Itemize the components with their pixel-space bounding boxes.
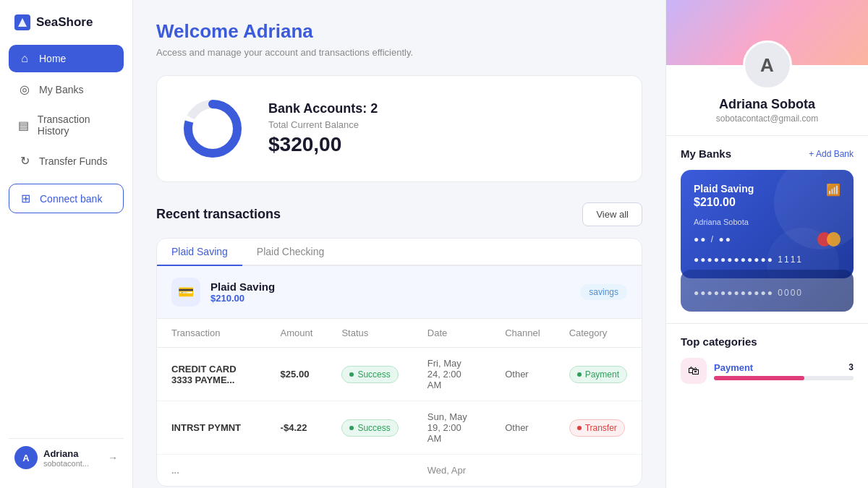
transactions-card: Plaid Saving Plaid Checking 💳 Plaid Savi… bbox=[156, 238, 642, 487]
tx-category: Payment bbox=[555, 348, 642, 401]
banks-icon: ◎ bbox=[17, 82, 32, 96]
connect-bank-button[interactable]: ⊞ Connect bank bbox=[9, 184, 124, 213]
sidebar-nav: ⌂ Home ◎ My Banks ▤ Transaction History … bbox=[9, 45, 124, 432]
category-bar-fill bbox=[714, 376, 804, 380]
bank-card-name-wrap: Plaid Saving $210.00 bbox=[694, 183, 754, 209]
col-date: Date bbox=[413, 319, 490, 348]
balance-amount: $320,00 bbox=[268, 133, 378, 156]
transactions-table: Transaction Amount Status Date Channel C… bbox=[157, 319, 642, 486]
profile-header: A bbox=[666, 0, 868, 65]
connect-icon: ⊞ bbox=[18, 192, 33, 205]
tx-date: Fri, May 24, 2:00 AM bbox=[413, 348, 490, 401]
tab-plaid-saving[interactable]: Plaid Saving bbox=[157, 239, 242, 266]
tx-channel: Other bbox=[490, 348, 554, 401]
bank-card-amount: $210.00 bbox=[694, 196, 754, 209]
sidebar-user-info: Adriana sobotacont... bbox=[43, 448, 102, 468]
add-bank-button[interactable]: + Add Bank bbox=[809, 149, 854, 159]
bank-card-1: Plaid Saving $210.00 📶 Adriana Sobota ●●… bbox=[681, 170, 854, 278]
avatar: A bbox=[743, 40, 792, 90]
account-icon: 💳 bbox=[171, 278, 200, 307]
col-amount: Amount bbox=[266, 319, 328, 348]
status-badge: Success bbox=[341, 419, 398, 437]
tx-date: Sun, May 19, 2:00 AM bbox=[413, 401, 490, 455]
account-row: 💳 Plaid Saving $210.00 savings bbox=[157, 266, 642, 319]
view-all-button[interactable]: View all bbox=[582, 202, 642, 226]
category-item: 🛍 Payment 3 bbox=[681, 358, 854, 384]
tx-name: INTRST PYMNT bbox=[157, 401, 266, 455]
welcome-subtitle: Access and manage your account and trans… bbox=[156, 47, 642, 58]
category-badge: Transfer bbox=[569, 419, 625, 437]
transfer-icon: ↻ bbox=[17, 154, 32, 168]
mastercard-logo bbox=[817, 232, 841, 247]
sidebar-user-username: sobotacont... bbox=[43, 459, 102, 468]
tx-name: CREDIT CARD 3333 PAYME... bbox=[157, 348, 266, 401]
wifi-icon: 📶 bbox=[826, 183, 841, 197]
col-status: Status bbox=[327, 319, 412, 348]
tx-amount: $25.00 bbox=[266, 348, 328, 401]
logout-icon[interactable]: → bbox=[108, 452, 118, 463]
top-categories-title: Top categories bbox=[681, 335, 854, 348]
balance-info: Bank Accounts: 2 Total Current Balance $… bbox=[268, 101, 378, 156]
col-category: Category bbox=[555, 319, 642, 348]
table-row: ... Wed, Apr bbox=[157, 455, 642, 487]
profile-name: Adriana Sobota bbox=[681, 97, 854, 112]
tx-channel: Other bbox=[490, 401, 554, 455]
bank-card-mask-top: ●● / ●● bbox=[694, 234, 732, 244]
category-bar-wrap: Payment 3 bbox=[714, 362, 854, 380]
table-row: INTRST PYMNT -$4.22 Success Sun, May 19,… bbox=[157, 401, 642, 455]
balance-card: Bank Accounts: 2 Total Current Balance $… bbox=[156, 75, 642, 182]
tx-status: Success bbox=[327, 401, 412, 455]
main-content: Welcome Adriana Access and manage your a… bbox=[133, 0, 665, 488]
bank-card-name: Plaid Saving bbox=[694, 183, 754, 194]
sidebar-item-history-label: Transaction History bbox=[38, 114, 115, 137]
sidebar-user-name: Adriana bbox=[43, 448, 102, 459]
categories-list: 🛍 Payment 3 bbox=[681, 358, 854, 384]
home-icon: ⌂ bbox=[17, 52, 32, 65]
tab-plaid-checking[interactable]: Plaid Checking bbox=[242, 239, 339, 266]
sidebar: SeaShore ⌂ Home ◎ My Banks ▤ Transaction… bbox=[0, 0, 133, 488]
status-dot bbox=[349, 426, 354, 430]
account-badge: savings bbox=[580, 284, 627, 300]
bank-card-mask-bottom: ●●●●●●●●●●●● 1111 bbox=[694, 254, 803, 265]
logo-text: SeaShore bbox=[36, 15, 93, 30]
table-row: CREDIT CARD 3333 PAYME... $25.00 Success… bbox=[157, 348, 642, 401]
tx-name: ... bbox=[157, 455, 266, 487]
sidebar-user-avatar: A bbox=[14, 446, 38, 469]
connect-bank-label: Connect bank bbox=[40, 193, 102, 205]
tx-category: Transfer bbox=[555, 401, 642, 455]
bank-card2-bottom: ●●●●●●●●●●●● 0000 bbox=[694, 286, 841, 299]
col-channel: Channel bbox=[490, 319, 554, 348]
recent-transactions-title: Recent transactions bbox=[156, 207, 281, 222]
app-logo: SeaShore bbox=[9, 12, 124, 45]
cat-dot bbox=[577, 372, 582, 377]
svg-marker-0 bbox=[18, 18, 27, 27]
category-count: 3 bbox=[848, 362, 854, 372]
category-bar-track bbox=[714, 376, 854, 380]
account-balance: $210.00 bbox=[210, 293, 275, 304]
cat-dot bbox=[577, 426, 582, 430]
sidebar-item-home-label: Home bbox=[39, 53, 66, 64]
sidebar-user: A Adriana sobotacont... → bbox=[9, 438, 124, 476]
sidebar-item-banks-label: My Banks bbox=[39, 84, 83, 95]
sidebar-item-transaction-history[interactable]: ▤ Transaction History bbox=[9, 106, 124, 144]
account-info: 💳 Plaid Saving $210.00 bbox=[171, 278, 275, 307]
sidebar-item-transfer-funds[interactable]: ↻ Transfer Funds bbox=[9, 147, 124, 175]
tx-status: Success bbox=[327, 348, 412, 401]
status-dot bbox=[349, 372, 354, 377]
profile-avatar-wrap: A bbox=[743, 40, 792, 90]
category-name: Payment bbox=[714, 362, 753, 373]
transaction-tabs: Plaid Saving Plaid Checking bbox=[157, 239, 642, 266]
balance-sub-label: Total Current Balance bbox=[268, 119, 378, 130]
recent-transactions-header: Recent transactions View all bbox=[156, 202, 642, 226]
category-badge: Payment bbox=[569, 366, 627, 383]
category-icon: 🛍 bbox=[681, 358, 707, 384]
logo-icon bbox=[14, 14, 30, 30]
my-banks-section: My Banks + Add Bank Plaid Saving $210.00… bbox=[666, 136, 868, 324]
tx-amount: -$4.22 bbox=[266, 401, 328, 455]
right-panel: A Adriana Sobota sobotacontact@gmail.com… bbox=[665, 0, 868, 488]
col-transaction: Transaction bbox=[157, 319, 266, 348]
sidebar-item-home[interactable]: ⌂ Home bbox=[9, 45, 124, 72]
sidebar-item-my-banks[interactable]: ◎ My Banks bbox=[9, 75, 124, 103]
welcome-heading: Welcome Adriana bbox=[156, 20, 642, 43]
bank-card-user: Adriana Sobota bbox=[694, 218, 841, 226]
